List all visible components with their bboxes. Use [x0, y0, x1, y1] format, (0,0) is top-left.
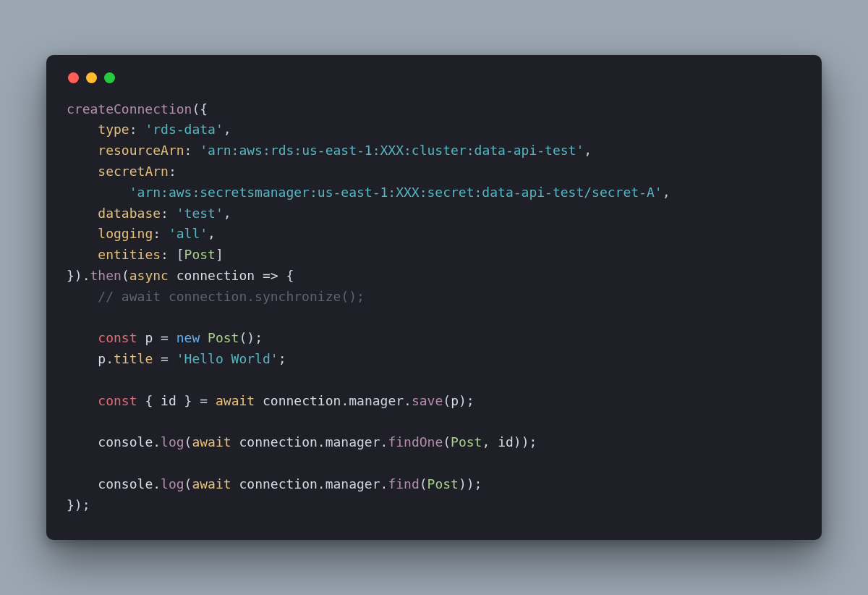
fn-createConnection: createConnection	[67, 101, 192, 117]
kw-new: new	[176, 330, 200, 345]
kw-const: const	[98, 393, 137, 408]
var-id: id	[161, 393, 176, 408]
param-connection: connection	[176, 268, 255, 283]
kw-await: await	[192, 476, 231, 491]
prop-secretArn: secretArn	[98, 164, 169, 179]
val-secretArn: 'arn:aws:secretsmanager:us-east-1:XXX:se…	[129, 185, 663, 200]
method-save: save	[412, 393, 443, 408]
console: console	[98, 434, 153, 450]
close-icon[interactable]	[68, 72, 79, 83]
zoom-icon[interactable]	[104, 72, 115, 83]
prop-database: database	[98, 206, 161, 221]
code-block: createConnection({ type: 'rds-data', res…	[67, 99, 801, 516]
comment-sync: // await connection.synchronize();	[98, 289, 364, 304]
method-findOne: findOne	[388, 434, 443, 450]
method-log: log	[161, 434, 184, 450]
prop-type: type	[98, 122, 129, 137]
val-type: 'rds-data'	[145, 122, 223, 137]
prop-title: title	[114, 351, 153, 366]
val-resourceArn: 'arn:aws:rds:us-east-1:XXX:cluster:data-…	[200, 143, 584, 158]
console: console	[98, 476, 153, 491]
prop-logging: logging	[98, 226, 153, 241]
kw-async: async	[129, 268, 169, 283]
method-then: then	[90, 268, 122, 283]
method-log: log	[161, 476, 184, 491]
var-p: p	[145, 330, 153, 345]
val-logging: 'all'	[169, 226, 208, 241]
class-post: Post	[208, 330, 239, 345]
code-window: createConnection({ type: 'rds-data', res…	[46, 55, 822, 541]
minimize-icon[interactable]	[86, 72, 97, 83]
kw-await: await	[216, 393, 255, 408]
method-find: find	[388, 476, 419, 491]
kw-await: await	[192, 434, 231, 450]
class-post: Post	[184, 247, 216, 262]
kw-const: const	[98, 330, 137, 345]
str-hello: 'Hello World'	[176, 351, 278, 366]
prop-entities: entities	[98, 247, 161, 262]
traffic-lights	[67, 71, 801, 83]
val-database: 'test'	[176, 206, 224, 221]
prop-resourceArn: resourceArn	[98, 143, 184, 158]
